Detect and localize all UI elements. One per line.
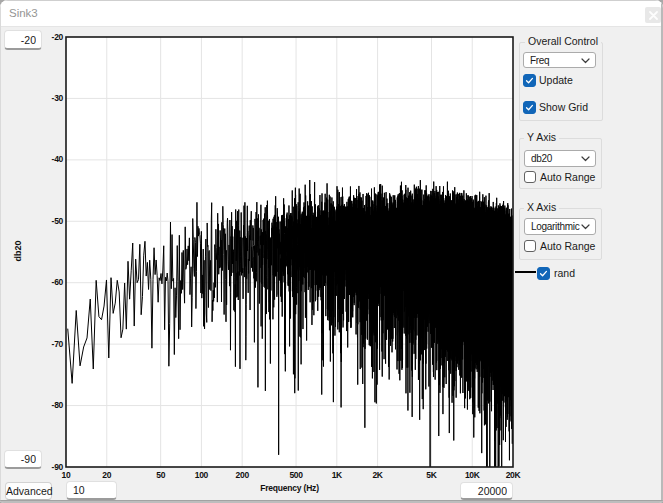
group-overall-control-legend: Overall Control <box>525 36 601 47</box>
trace-legend-label: rand <box>554 267 575 280</box>
x-tick-label: 500 <box>289 470 302 480</box>
x-tick-label: 100 <box>195 470 208 480</box>
x-tick-label: 10 <box>62 470 71 480</box>
close-button[interactable] <box>645 7 661 23</box>
y-tick-label: -50 <box>23 216 63 226</box>
y-auto-range-label: Auto Range <box>540 171 595 183</box>
x-tick-label: 20K <box>506 470 521 480</box>
y-axis-title: db20 <box>13 229 35 273</box>
window-border-top <box>0 0 663 1</box>
update-label: Update <box>539 74 573 87</box>
x-tick-label: 200 <box>236 470 249 480</box>
trace-visible-checkbox[interactable] <box>537 267 550 280</box>
x-auto-range-label: Auto Range <box>540 240 595 252</box>
y-tick-label: -80 <box>23 400 63 410</box>
x-axis-title: Frequency (Hz) <box>66 483 513 493</box>
group-x-axis-legend: X Axis <box>524 202 559 213</box>
x-min-input[interactable] <box>66 481 117 500</box>
check-icon <box>524 75 535 86</box>
window-title: Sink3 <box>9 0 38 26</box>
window-border-left <box>0 0 1 503</box>
y-max-input[interactable] <box>4 30 42 50</box>
y-axis-combo[interactable]: db20 <box>524 150 596 167</box>
group-y-axis-legend: Y Axis <box>524 132 559 143</box>
x-tick-label: 5K <box>426 470 436 480</box>
show-grid-label: Show Grid <box>539 101 588 114</box>
sink-window: Sink3 1020501002005001K2K5K10K20K-20-30-… <box>0 0 663 503</box>
x-tick-label: 1K <box>332 470 342 480</box>
check-icon <box>524 102 535 113</box>
x-tick-label: 50 <box>156 470 165 480</box>
overall-control-combo-value: Freq <box>530 53 581 67</box>
x-auto-range-checkbox[interactable] <box>524 240 536 252</box>
y-auto-range-checkbox[interactable] <box>524 171 536 183</box>
trace-legend-line-swatch <box>515 271 536 273</box>
spectrum-plot[interactable] <box>65 36 514 468</box>
y-tick-label: -40 <box>23 154 63 164</box>
y-tick-label: -70 <box>23 339 63 349</box>
show-grid-checkbox[interactable] <box>523 101 536 114</box>
x-tick-label: 2K <box>372 470 382 480</box>
titlebar: Sink3 <box>0 0 663 27</box>
y-min-input[interactable] <box>4 450 42 469</box>
x-axis-combo-value: Logarithmic <box>531 219 581 234</box>
y-tick-label: -30 <box>23 93 63 103</box>
y-axis-combo-value: db20 <box>531 151 581 166</box>
x-tick-label: 10K <box>465 470 480 480</box>
update-checkbox[interactable] <box>523 74 536 87</box>
x-max-input[interactable] <box>460 482 513 500</box>
overall-control-combo[interactable]: Freq <box>523 52 596 68</box>
chevron-down-icon <box>581 58 590 64</box>
y-tick-label: -60 <box>23 277 63 287</box>
chevron-down-icon <box>581 224 590 230</box>
advanced-button[interactable]: Advanced <box>5 482 52 500</box>
x-tick-label: 20 <box>102 470 111 480</box>
check-icon <box>538 268 549 279</box>
close-icon <box>649 11 658 20</box>
x-axis-combo[interactable]: Logarithmic <box>524 218 596 235</box>
chevron-down-icon <box>581 156 590 162</box>
